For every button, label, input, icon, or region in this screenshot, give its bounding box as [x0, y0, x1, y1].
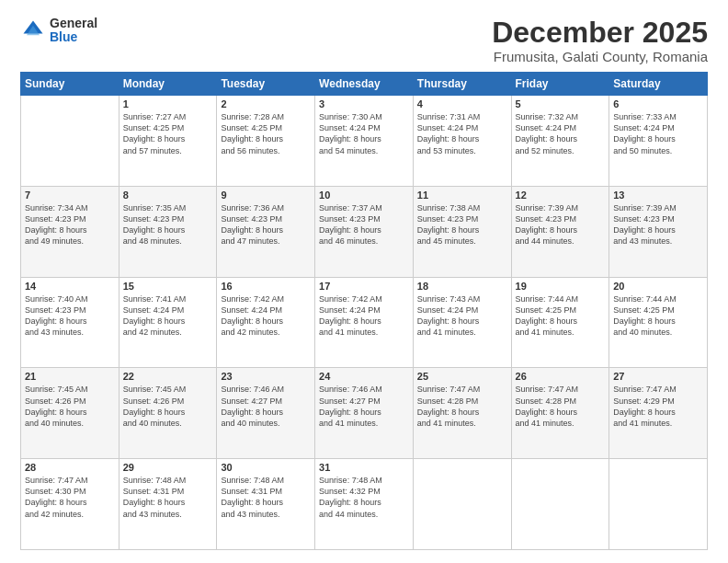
day-detail: Sunrise: 7:32 AMSunset: 4:24 PMDaylight:…: [516, 111, 606, 156]
day-detail: Sunrise: 7:42 AMSunset: 4:24 PMDaylight:…: [221, 293, 311, 339]
day-detail: Sunrise: 7:37 AMSunset: 4:23 PMDaylight:…: [319, 202, 409, 247]
day-detail: Sunrise: 7:42 AMSunset: 4:24 PMDaylight:…: [319, 293, 409, 339]
day-detail: Sunrise: 7:36 AMSunset: 4:23 PMDaylight:…: [221, 202, 311, 247]
day-number: 26: [516, 371, 606, 382]
calendar-cell: 28Sunrise: 7:47 AMSunset: 4:30 PMDayligh…: [21, 459, 119, 550]
calendar-week-row: 21Sunrise: 7:45 AMSunset: 4:26 PMDayligh…: [21, 368, 708, 459]
calendar-cell: 12Sunrise: 7:39 AMSunset: 4:23 PMDayligh…: [511, 186, 609, 277]
logo-general: General: [50, 17, 97, 30]
header: General Blue December 2025 Frumusita, Ga…: [20, 17, 708, 64]
calendar-header-row: SundayMondayTuesdayWednesdayThursdayFrid…: [21, 73, 708, 96]
weekday-header: Wednesday: [315, 73, 414, 96]
day-number: 31: [319, 462, 409, 473]
day-number: 18: [417, 281, 507, 292]
location-title: Frumusita, Galati County, Romania: [492, 49, 708, 64]
calendar-cell: 7Sunrise: 7:34 AMSunset: 4:23 PMDaylight…: [21, 186, 119, 277]
logo-blue: Blue: [50, 30, 97, 44]
calendar-week-row: 28Sunrise: 7:47 AMSunset: 4:30 PMDayligh…: [21, 459, 708, 550]
calendar-cell: 17Sunrise: 7:42 AMSunset: 4:24 PMDayligh…: [315, 277, 414, 368]
day-number: 14: [25, 281, 115, 292]
calendar-cell: 3Sunrise: 7:30 AMSunset: 4:24 PMDaylight…: [315, 96, 414, 187]
day-detail: Sunrise: 7:30 AMSunset: 4:24 PMDaylight:…: [319, 111, 409, 156]
calendar-cell: 18Sunrise: 7:43 AMSunset: 4:24 PMDayligh…: [413, 277, 511, 368]
calendar-cell: 24Sunrise: 7:46 AMSunset: 4:27 PMDayligh…: [315, 368, 414, 459]
month-title: December 2025: [492, 17, 708, 49]
calendar-cell: 2Sunrise: 7:28 AMSunset: 4:25 PMDaylight…: [217, 96, 315, 187]
weekday-header: Monday: [119, 73, 217, 96]
calendar-cell: 21Sunrise: 7:45 AMSunset: 4:26 PMDayligh…: [21, 368, 119, 459]
day-number: 24: [319, 371, 409, 382]
weekday-header: Friday: [511, 73, 609, 96]
day-number: 29: [123, 462, 213, 473]
day-detail: Sunrise: 7:47 AMSunset: 4:29 PMDaylight:…: [613, 384, 703, 429]
day-number: 8: [123, 190, 213, 201]
calendar-cell: 1Sunrise: 7:27 AMSunset: 4:25 PMDaylight…: [119, 96, 217, 187]
day-detail: Sunrise: 7:39 AMSunset: 4:23 PMDaylight:…: [516, 202, 606, 247]
day-number: 27: [613, 371, 703, 382]
calendar-week-row: 1Sunrise: 7:27 AMSunset: 4:25 PMDaylight…: [21, 96, 708, 187]
day-number: 12: [516, 190, 606, 201]
title-block: December 2025 Frumusita, Galati County, …: [492, 17, 708, 64]
day-number: 4: [417, 98, 507, 109]
day-detail: Sunrise: 7:31 AMSunset: 4:24 PMDaylight:…: [417, 111, 507, 156]
calendar-cell: 19Sunrise: 7:44 AMSunset: 4:25 PMDayligh…: [511, 277, 609, 368]
weekday-header: Thursday: [413, 73, 511, 96]
day-detail: Sunrise: 7:47 AMSunset: 4:28 PMDaylight:…: [516, 384, 606, 429]
calendar-cell: 4Sunrise: 7:31 AMSunset: 4:24 PMDaylight…: [413, 96, 511, 187]
calendar-cell: [609, 459, 708, 550]
day-detail: Sunrise: 7:48 AMSunset: 4:31 PMDaylight:…: [123, 475, 213, 520]
calendar-cell: 20Sunrise: 7:44 AMSunset: 4:25 PMDayligh…: [609, 277, 708, 368]
day-detail: Sunrise: 7:33 AMSunset: 4:24 PMDaylight:…: [613, 111, 703, 156]
calendar: SundayMondayTuesdayWednesdayThursdayFrid…: [20, 72, 708, 550]
calendar-week-row: 7Sunrise: 7:34 AMSunset: 4:23 PMDaylight…: [21, 186, 708, 277]
day-number: 23: [221, 371, 311, 382]
day-number: 15: [123, 281, 213, 292]
calendar-cell: 16Sunrise: 7:42 AMSunset: 4:24 PMDayligh…: [217, 277, 315, 368]
day-detail: Sunrise: 7:47 AMSunset: 4:30 PMDaylight:…: [25, 475, 115, 520]
day-detail: Sunrise: 7:46 AMSunset: 4:27 PMDaylight:…: [221, 384, 311, 429]
calendar-cell: 10Sunrise: 7:37 AMSunset: 4:23 PMDayligh…: [315, 186, 414, 277]
day-number: 11: [417, 190, 507, 201]
calendar-cell: 9Sunrise: 7:36 AMSunset: 4:23 PMDaylight…: [217, 186, 315, 277]
day-detail: Sunrise: 7:27 AMSunset: 4:25 PMDaylight:…: [123, 111, 213, 156]
weekday-header: Saturday: [609, 73, 708, 96]
calendar-cell: 22Sunrise: 7:45 AMSunset: 4:26 PMDayligh…: [119, 368, 217, 459]
day-number: 17: [319, 281, 409, 292]
calendar-cell: [511, 459, 609, 550]
day-number: 5: [516, 98, 606, 109]
logo-icon: [20, 17, 46, 43]
calendar-cell: 13Sunrise: 7:39 AMSunset: 4:23 PMDayligh…: [609, 186, 708, 277]
calendar-cell: 15Sunrise: 7:41 AMSunset: 4:24 PMDayligh…: [119, 277, 217, 368]
logo-text: General Blue: [50, 17, 97, 45]
day-detail: Sunrise: 7:28 AMSunset: 4:25 PMDaylight:…: [221, 111, 311, 156]
day-number: 19: [516, 281, 606, 292]
day-detail: Sunrise: 7:48 AMSunset: 4:32 PMDaylight:…: [319, 475, 409, 520]
day-detail: Sunrise: 7:41 AMSunset: 4:24 PMDaylight:…: [123, 293, 213, 339]
day-number: 20: [613, 281, 703, 292]
day-detail: Sunrise: 7:39 AMSunset: 4:23 PMDaylight:…: [613, 202, 703, 247]
calendar-cell: 26Sunrise: 7:47 AMSunset: 4:28 PMDayligh…: [511, 368, 609, 459]
day-number: 25: [417, 371, 507, 382]
day-number: 28: [25, 462, 115, 473]
day-number: 6: [613, 98, 703, 109]
calendar-cell: 6Sunrise: 7:33 AMSunset: 4:24 PMDaylight…: [609, 96, 708, 187]
weekday-header: Sunday: [21, 73, 119, 96]
calendar-cell: 25Sunrise: 7:47 AMSunset: 4:28 PMDayligh…: [413, 368, 511, 459]
calendar-cell: 14Sunrise: 7:40 AMSunset: 4:23 PMDayligh…: [21, 277, 119, 368]
day-number: 1: [123, 98, 213, 109]
day-detail: Sunrise: 7:45 AMSunset: 4:26 PMDaylight:…: [25, 384, 115, 429]
calendar-cell: 31Sunrise: 7:48 AMSunset: 4:32 PMDayligh…: [315, 459, 414, 550]
day-number: 21: [25, 371, 115, 382]
calendar-cell: 30Sunrise: 7:48 AMSunset: 4:31 PMDayligh…: [217, 459, 315, 550]
day-number: 9: [221, 190, 311, 201]
day-number: 22: [123, 371, 213, 382]
day-detail: Sunrise: 7:34 AMSunset: 4:23 PMDaylight:…: [25, 202, 115, 247]
calendar-cell: 29Sunrise: 7:48 AMSunset: 4:31 PMDayligh…: [119, 459, 217, 550]
day-detail: Sunrise: 7:43 AMSunset: 4:24 PMDaylight:…: [417, 293, 507, 339]
day-detail: Sunrise: 7:47 AMSunset: 4:28 PMDaylight:…: [417, 384, 507, 429]
page: General Blue December 2025 Frumusita, Ga…: [0, 0, 728, 563]
calendar-cell: 8Sunrise: 7:35 AMSunset: 4:23 PMDaylight…: [119, 186, 217, 277]
day-number: 10: [319, 190, 409, 201]
day-detail: Sunrise: 7:40 AMSunset: 4:23 PMDaylight:…: [25, 293, 115, 339]
day-detail: Sunrise: 7:44 AMSunset: 4:25 PMDaylight:…: [613, 293, 703, 339]
